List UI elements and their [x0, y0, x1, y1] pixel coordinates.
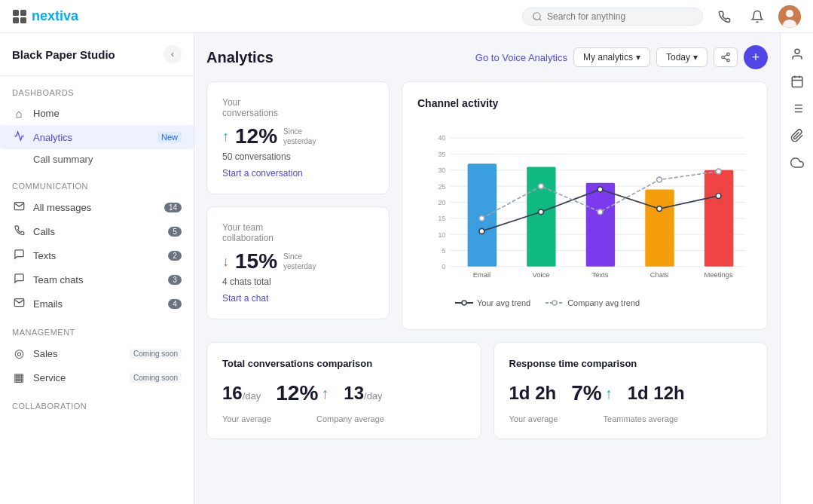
paperclip-icon-btn[interactable] — [785, 124, 809, 148]
svg-text:20: 20 — [438, 198, 445, 206]
top-cards-grid: Your conversations ↑ 12% Since yesterday… — [206, 81, 768, 330]
collaboration-percent-row: ↓ 15% Since yesterday — [222, 249, 374, 273]
logo: nextiva — [32, 8, 78, 24]
collaboration-card-title: Your team collaboration — [222, 222, 374, 243]
trend-point — [598, 187, 603, 192]
company-avg-label: Company average — [316, 414, 384, 423]
calendar-icon — [790, 75, 804, 88]
teammates-stat: 1d 12h — [628, 383, 685, 404]
page-header: Analytics Go to Voice Analytics My analy… — [206, 45, 768, 69]
sidebar-header: Black Paper Studio ‹ — [0, 33, 194, 76]
cloud-icon-btn[interactable] — [785, 151, 809, 175]
svg-text:40: 40 — [438, 133, 445, 142]
all-messages-label: All messages — [33, 202, 157, 213]
phone-icon-btn[interactable] — [712, 5, 736, 29]
sidebar-item-team-chats[interactable]: Team chats 3 — [0, 267, 194, 292]
texts-icon — [12, 249, 26, 262]
my-analytics-button[interactable]: My analytics ▾ — [573, 47, 650, 67]
texts-badge: 2 — [168, 251, 182, 261]
calendar-icon-btn[interactable] — [785, 69, 809, 93]
sidebar-item-home-label: Home — [33, 108, 182, 119]
your-avg-legend-label: Your avg trend — [477, 298, 530, 307]
sidebar-item-emails[interactable]: Emails 4 — [0, 292, 194, 316]
bottom-cards-grid: Total conversations comparison 16/day 12… — [206, 342, 768, 439]
right-icon-bar — [780, 33, 813, 504]
company-avg-value: 13/day — [344, 383, 382, 404]
all-messages-badge: 14 — [164, 203, 182, 212]
svg-rect-1 — [20, 10, 26, 16]
collaboration-percent: 15% — [235, 249, 277, 273]
teammates-value: 1d 12h — [628, 383, 685, 404]
svg-point-38 — [462, 301, 466, 305]
all-messages-icon — [12, 200, 26, 214]
conversations-percent: 12% — [235, 124, 277, 148]
top-nav: nextiva — [0, 0, 813, 33]
main-content: Analytics Go to Voice Analytics My analy… — [194, 33, 780, 504]
svg-text:25: 25 — [438, 182, 445, 191]
grid-icon — [12, 9, 27, 24]
your-response-label: Your average — [509, 414, 558, 423]
collaboration-card: Your team collaboration ↓ 15% Since yest… — [206, 206, 390, 319]
user-icon-btn[interactable] — [785, 42, 809, 66]
svg-point-41 — [795, 49, 799, 53]
texts-label: Texts — [33, 250, 160, 261]
email-bar — [468, 163, 497, 267]
channel-activity-title: Channel activity — [417, 97, 752, 109]
conversations-card: Your conversations ↑ 12% Since yesterday… — [206, 81, 390, 194]
voice-bar — [527, 167, 555, 267]
sidebar-item-sales[interactable]: ◎ Sales Coming soon — [0, 341, 194, 365]
your-avg-legend-icon — [455, 299, 473, 307]
left-cards: Your conversations ↑ 12% Since yesterday… — [206, 81, 390, 330]
team-chats-badge: 3 — [168, 275, 182, 285]
share-button[interactable] — [714, 47, 738, 67]
today-button[interactable]: Today ▾ — [656, 47, 708, 67]
add-button[interactable]: + — [744, 45, 768, 69]
bell-icon-btn[interactable] — [745, 5, 769, 29]
service-label: Service — [33, 372, 122, 383]
total-comparison-row: 16/day 12% ↑ 13/day — [222, 381, 466, 405]
svg-line-12 — [724, 58, 727, 60]
total-up-arrow: ↑ — [321, 385, 329, 402]
trend-point — [716, 194, 721, 199]
search-input[interactable] — [547, 11, 668, 22]
teammates-label: Teammates average — [604, 414, 679, 423]
start-conversation-link[interactable]: Start a conversation — [222, 168, 374, 179]
conversations-since: Since yesterday — [283, 127, 316, 146]
logo-area: nextiva — [12, 8, 78, 24]
total-conversations-title: Total conversations comparison — [222, 358, 466, 369]
svg-text:0: 0 — [442, 262, 445, 270]
sidebar-item-home[interactable]: ⌂ Home — [0, 102, 194, 125]
avatar[interactable] — [778, 5, 801, 28]
calls-label: Calls — [33, 226, 160, 237]
collaboration-since: Since yesterday — [283, 252, 316, 271]
management-section-label: Management — [0, 316, 194, 341]
service-icon: ▦ — [12, 371, 26, 384]
svg-text:15: 15 — [438, 214, 445, 222]
svg-text:Texts: Texts — [592, 270, 609, 279]
svg-point-11 — [727, 59, 730, 62]
home-icon: ⌂ — [12, 107, 26, 120]
sidebar-item-all-messages[interactable]: All messages 14 — [0, 195, 194, 219]
voice-analytics-link[interactable]: Go to Voice Analytics — [475, 52, 567, 63]
sidebar-item-call-summary[interactable]: Call summary — [0, 149, 194, 170]
sidebar-item-texts[interactable]: Texts 2 — [0, 243, 194, 267]
texts-bar — [586, 183, 615, 267]
sidebar-item-calls[interactable]: Calls 5 — [0, 219, 194, 243]
svg-rect-3 — [20, 17, 26, 23]
collaboration-section-label: Collaboration — [0, 389, 194, 415]
start-chat-link[interactable]: Start a chat — [222, 293, 374, 304]
list-icon-btn[interactable] — [785, 96, 809, 121]
company-name: Black Paper Studio — [12, 48, 115, 61]
team-chats-icon — [12, 273, 26, 286]
company-avg-legend-label: Company avg trend — [567, 298, 640, 307]
search-bar[interactable] — [522, 8, 703, 26]
svg-line-13 — [724, 55, 727, 57]
sidebar-collapse-button[interactable]: ‹ — [164, 45, 182, 63]
emails-label: Emails — [33, 298, 160, 310]
total-percent-value: 12% — [276, 381, 318, 405]
svg-point-40 — [552, 301, 557, 305]
sidebar-item-analytics[interactable]: Analytics New — [0, 125, 194, 149]
calls-icon — [12, 225, 26, 238]
sidebar-item-service[interactable]: ▦ Service Coming soon — [0, 365, 194, 389]
page-header-actions: Go to Voice Analytics My analytics ▾ Tod… — [475, 45, 768, 69]
